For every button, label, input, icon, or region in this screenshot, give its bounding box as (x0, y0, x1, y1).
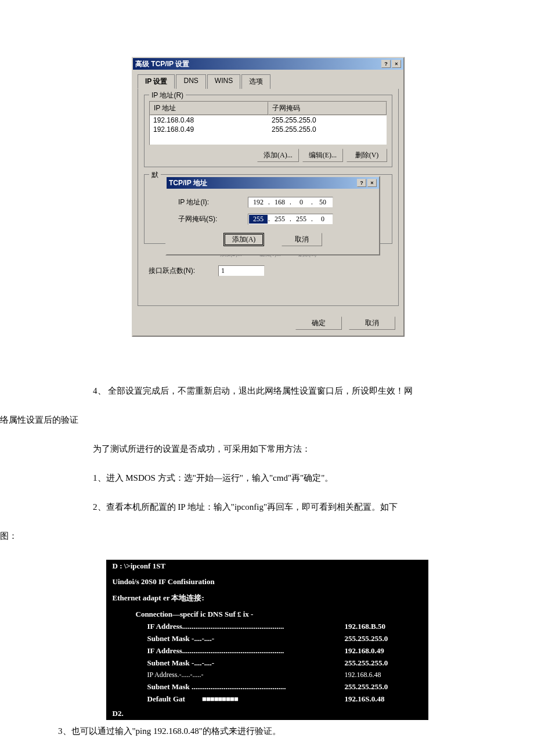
inner-titlebar: TCP/IP 地址 ? × (167, 177, 379, 189)
cell-mask: 255.255.255.0 (268, 125, 387, 134)
term-line: Subnet Mask ............................… (106, 681, 338, 693)
term-line: IF Address..............................… (106, 621, 338, 633)
ip-octet-1[interactable] (249, 198, 268, 207)
listbox-body: 192.168.0.48 255.255.255.0 192.168.0.49 … (150, 116, 387, 145)
metric-input[interactable] (218, 265, 265, 276)
mask-input-row: 子网掩码(S): . . . (178, 214, 367, 225)
mask-octet-2[interactable] (270, 215, 289, 224)
mask-octet-4[interactable] (313, 215, 332, 224)
block-icon: ■■■■■■■■■ (202, 694, 238, 704)
titlebar: 高级 TCP/IP 设置 ? × (133, 58, 403, 70)
document-text: 4、 全部设置完成后，不需重新启动，退出此网络属性设置窗口后，所设即生效！网 络… (75, 379, 459, 548)
add-ip-button[interactable]: 添加(A)... (257, 149, 299, 162)
mask-input-label: 子网掩码(S): (178, 214, 248, 224)
term-value: 192.168.0.49 (338, 645, 428, 657)
term-line: Ethernet adapt er 本地连接: (106, 588, 338, 605)
term-line: Uindoi/s 20S0 IF Confisiuration (106, 573, 338, 588)
titlebar-buttons: ? × (381, 60, 401, 68)
header-ip: IP 地址 (150, 102, 268, 115)
ip-listbox[interactable]: IP 地址 子网掩码 192.168.0.48 255.255.255.0 19… (149, 101, 387, 145)
header-mask: 子网掩码 (268, 102, 387, 115)
inner-titlebar-buttons: ? × (357, 179, 377, 187)
ip-octet-2[interactable] (270, 198, 289, 207)
ip-octet-3[interactable] (292, 198, 311, 207)
inner-cancel-button[interactable]: 取消 (282, 233, 322, 246)
term-line: IF Address..............................… (106, 645, 338, 657)
help-icon[interactable]: ? (357, 179, 366, 187)
inner-button-row: 添加(A) 取消 (178, 233, 367, 246)
advanced-tcpip-dialog: 高级 TCP/IP 设置 ? × IP 设置 DNS WINS 选项 IP 地址… (132, 57, 405, 337)
cell-mask: 255.255.255.0 (268, 116, 387, 124)
list-item[interactable]: 192.168.0.48 255.255.255.0 (150, 116, 387, 125)
term-line: Default Gat ■■■■■■■■■ (106, 693, 338, 705)
cell-ip: 192.168.0.48 (150, 116, 268, 124)
terminal-output: D : \>ipconf 1ST Uindoi/s 20S0 IF Confis… (106, 560, 428, 720)
ip-octet-4[interactable] (313, 198, 332, 207)
paragraph: 1、进入 MSDOS 方式：选"开始—运行"，输入"cmd"再"确定"。 (75, 466, 459, 490)
paragraph: 图： (0, 524, 459, 548)
paragraph: 络属性设置后的验证 (0, 408, 459, 432)
paragraph: 3、也可以通过输入"ping 192.168.0.48"的格式来进行验证。 (58, 726, 476, 737)
term-value: 255.255.255.0 (338, 657, 428, 669)
cancel-button[interactable]: 取消 (349, 316, 395, 330)
paragraph: 为了测试所进行的设置是否成功，可采用如下常用方法： (75, 437, 459, 461)
cell-ip: 192.168.0.49 (150, 125, 268, 134)
term-value: 255.255.255.0 (338, 633, 428, 645)
inner-title: TCP/IP 地址 (169, 178, 207, 188)
term-line: Subnet Mask -....-....- (106, 657, 338, 669)
inner-add-button[interactable]: 添加(A) (223, 233, 264, 246)
ok-button[interactable]: 确定 (295, 316, 342, 330)
tab-ip-settings[interactable]: IP 设置 (138, 74, 175, 89)
tab-dns[interactable]: DNS (176, 74, 205, 89)
term-line: D2. (106, 705, 338, 720)
ip-input-label: IP 地址(I): (178, 197, 248, 207)
term-value (338, 588, 428, 605)
close-icon[interactable]: × (367, 179, 377, 187)
term-line: IP Address.-.....-.....- (106, 669, 338, 681)
ip-address-group: IP 地址(R) IP 地址 子网掩码 192.168.0.48 255.255… (144, 95, 392, 167)
listbox-header: IP 地址 子网掩码 (150, 102, 387, 116)
paragraph: 2、查看本机所配置的 IP 地址：输入"ipconfig"再回车，即可看到相关配… (75, 495, 459, 519)
term-value: 192.168.B.50 (338, 621, 428, 633)
mask-octet-3[interactable] (292, 215, 311, 224)
metric-label: 接口跃点数(N): (149, 266, 218, 276)
tcpip-address-dialog: TCP/IP 地址 ? × IP 地址(I): . . . 子网掩码(S): . (165, 176, 380, 255)
term-value (338, 605, 428, 621)
term-value: 255.255.255.0 (338, 681, 428, 693)
paragraph: 4、 全部设置完成后，不需重新启动，退出此网络属性设置窗口后，所设即生效！网 (75, 379, 459, 403)
inner-body: IP 地址(I): . . . 子网掩码(S): . . . 添加(A) (167, 189, 379, 254)
term-value: 192.168.6.48 (338, 669, 428, 681)
term-value (338, 560, 428, 573)
mask-octet-1[interactable] (249, 215, 268, 224)
ip-input-row: IP 地址(I): . . . (178, 197, 367, 208)
term-value (338, 705, 428, 720)
gateway-label: 默 (149, 170, 161, 180)
term-line: D : \>ipconf 1ST (106, 560, 338, 573)
tab-strip: IP 设置 DNS WINS 选项 (138, 74, 399, 89)
subnet-mask-field[interactable]: . . . (248, 214, 333, 225)
help-icon[interactable]: ? (381, 60, 391, 68)
close-icon[interactable]: × (392, 60, 401, 68)
ip-button-row: 添加(A)... 编辑(E)... 删除(V) (149, 149, 387, 162)
metric-row: 接口跃点数(N): (149, 265, 392, 276)
window-title: 高级 TCP/IP 设置 (135, 59, 189, 69)
delete-ip-button[interactable]: 删除(V) (347, 149, 387, 162)
edit-ip-button[interactable]: 编辑(E)... (302, 149, 343, 162)
term-value: 192.16S.0.48 (338, 693, 428, 705)
tab-options[interactable]: 选项 (241, 74, 270, 89)
ip-address-field[interactable]: . . . (248, 197, 333, 208)
term-line: Subnet Mask -....-....- (106, 633, 338, 645)
term-line: Connection—specif ic DNS Suf £ ix - (106, 605, 338, 621)
ip-group-label: IP 地址(R) (149, 91, 186, 100)
term-value (338, 573, 428, 588)
tab-wins[interactable]: WINS (207, 74, 240, 89)
dialog-button-row: 确定 取消 (133, 311, 403, 336)
list-item[interactable]: 192.168.0.49 255.255.255.0 (150, 125, 387, 134)
